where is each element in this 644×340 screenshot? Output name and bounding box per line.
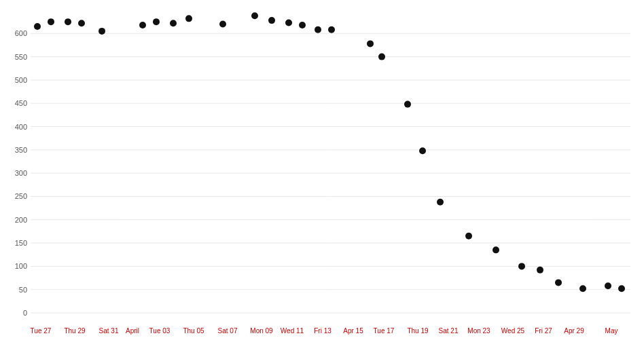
chart-container [0,0,644,340]
chart-canvas [0,0,644,340]
